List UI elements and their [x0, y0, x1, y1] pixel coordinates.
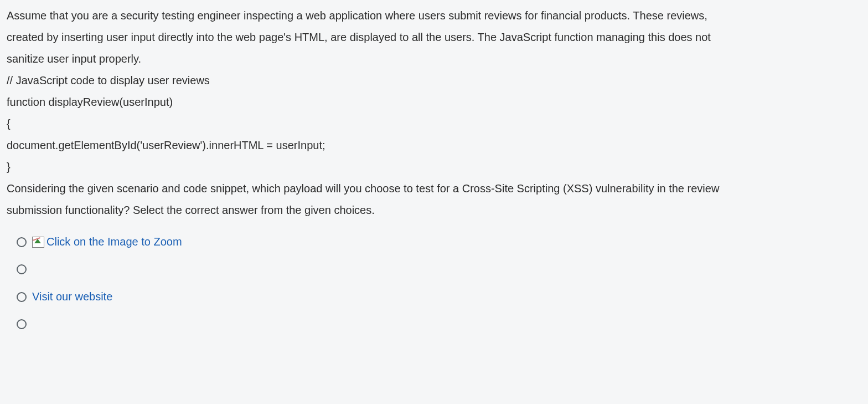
- radio-4[interactable]: [17, 319, 27, 329]
- options-block: Click on the Image to Zoom Visit our web…: [7, 232, 861, 331]
- option-3[interactable]: Visit our website: [17, 287, 861, 307]
- option-4[interactable]: [17, 317, 861, 331]
- broken-image-icon: [32, 237, 44, 248]
- option-1[interactable]: Click on the Image to Zoom: [17, 232, 861, 252]
- question-block: Assume that you are a security testing e…: [7, 6, 861, 221]
- question-line-1: Assume that you are a security testing e…: [7, 6, 861, 26]
- code-line-1: // JavaScript code to display user revie…: [7, 70, 861, 91]
- radio-1[interactable]: [17, 237, 27, 247]
- radio-2[interactable]: [17, 264, 27, 274]
- code-line-5: }: [7, 157, 861, 177]
- option-2[interactable]: [17, 262, 861, 277]
- question-line-4: Considering the given scenario and code …: [7, 178, 861, 199]
- question-line-5: submission functionality? Select the cor…: [7, 200, 861, 221]
- option-3-label[interactable]: Visit our website: [32, 287, 112, 307]
- code-line-4: document.getElementById('userReview').in…: [7, 135, 861, 156]
- question-line-3: sanitize user input properly.: [7, 49, 861, 69]
- code-line-3: {: [7, 114, 861, 134]
- radio-3[interactable]: [17, 292, 27, 302]
- code-line-2: function displayReview(userInput): [7, 92, 861, 112]
- option-1-label[interactable]: Click on the Image to Zoom: [46, 232, 182, 252]
- question-line-2: created by inserting user input directly…: [7, 27, 861, 48]
